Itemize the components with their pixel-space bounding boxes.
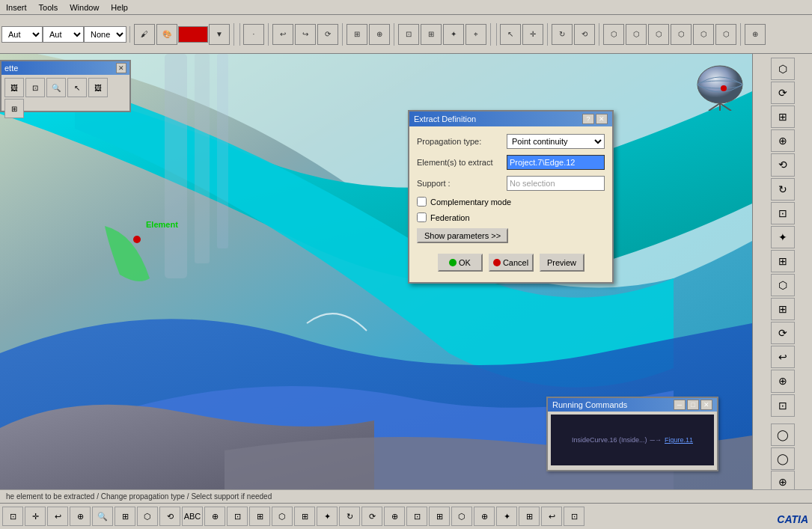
right-btn-10[interactable]: ⬡ [771, 274, 795, 296]
cancel-label: Cancel [503, 258, 528, 267]
toolbar-btn-snap2[interactable]: ⊕ [369, 24, 390, 45]
bottom-btn-6[interactable]: ⊞ [115, 507, 135, 526]
bottom-btn-12[interactable]: ⊞ [249, 507, 270, 526]
toolbar-btn-zoom6[interactable]: ⬡ [715, 24, 736, 45]
right-btn-circle-1[interactable]: ◯ [771, 423, 795, 446]
bottom-btn-10[interactable]: ⊕ [204, 507, 225, 526]
palette-icon-2[interactable]: ⊡ [25, 78, 45, 97]
bottom-btn-5[interactable]: 🔍 [92, 507, 113, 526]
bottom-btn-16[interactable]: ↻ [339, 507, 360, 526]
palette-icon-6[interactable]: ⊞ [4, 99, 24, 118]
menu-window[interactable]: Window [64, 3, 105, 12]
menu-insert[interactable]: Insert [0, 3, 33, 12]
bottom-btn-18[interactable]: ⊕ [384, 507, 405, 526]
bottom-btn-8[interactable]: ⟲ [159, 507, 180, 526]
bottom-btn-26[interactable]: ⊡ [564, 507, 584, 526]
bottom-btn-3[interactable]: ↩ [47, 507, 68, 526]
toolbar-btn-select[interactable]: ↖ [500, 24, 521, 45]
palette-icon-3[interactable]: 🔍 [46, 78, 66, 97]
toolbar-btn-fill[interactable]: 🎨 [156, 24, 177, 45]
palette-content: 🖼 ⊡ 🔍 ↖ 🖼 ⊞ [1, 75, 129, 121]
toolbar-combo-3[interactable]: None [84, 26, 126, 43]
menu-help[interactable]: Help [105, 3, 134, 12]
palette-icon-1[interactable]: 🖼 [4, 78, 24, 97]
toolbar-btn-extra[interactable]: ⊕ [745, 24, 766, 45]
show-parameters-button[interactable]: Show parameters >> [417, 228, 508, 243]
right-btn-5[interactable]: ⟲ [771, 153, 795, 176]
toolbar-btn-snap1[interactable]: ⊞ [347, 24, 367, 45]
toolbar-btn-rotate1[interactable]: ↻ [552, 24, 573, 45]
cancel-button[interactable]: Cancel [489, 254, 534, 272]
right-btn-13[interactable]: ↩ [771, 346, 795, 368]
toolbar-btn-zoom3[interactable]: ⬡ [648, 24, 669, 45]
toolbar-btn-zoom2[interactable]: ⬡ [626, 24, 647, 45]
rc-minimize-btn[interactable]: ─ [674, 400, 686, 410]
bottom-btn-13[interactable]: ⬡ [272, 507, 293, 526]
toolbar-btn-f1[interactable]: ⊡ [398, 24, 419, 45]
toolbar-btn-move[interactable]: ✛ [522, 24, 543, 45]
bottom-btn-25[interactable]: ↩ [541, 507, 562, 526]
bottom-btn-14[interactable]: ⊞ [294, 507, 315, 526]
toolbar-btn-dropdown[interactable]: ▼ [209, 24, 230, 45]
right-btn-3[interactable]: ⊞ [771, 106, 795, 128]
bottom-btn-19[interactable]: ⊡ [406, 507, 427, 526]
toolbar-btn-undo[interactable]: ↩ [272, 24, 293, 45]
right-btn-15[interactable]: ⊡ [771, 394, 795, 417]
palette-icon-4[interactable]: ↖ [67, 78, 87, 97]
bottom-btn-20[interactable]: ⊞ [429, 507, 450, 526]
toolbar-btn-paint[interactable]: 🖌 [134, 24, 155, 45]
menu-tools[interactable]: Tools [33, 3, 64, 12]
rc-close-btn[interactable]: ✕ [700, 400, 712, 410]
propagation-select[interactable]: Point continuity Tangent continuity Curv… [507, 134, 605, 149]
bottom-btn-7[interactable]: ⬡ [137, 507, 158, 526]
rc-link-text[interactable]: Figure.11 [665, 436, 693, 444]
preview-button[interactable]: Preview [540, 254, 584, 272]
toolbar-combo-2[interactable]: Aut [43, 26, 84, 43]
bottom-btn-9[interactable]: ABC [182, 507, 203, 526]
right-btn-8[interactable]: ✦ [771, 226, 795, 248]
bottom-btn-24[interactable]: ⊞ [519, 507, 540, 526]
right-btn-12[interactable]: ⟳ [771, 322, 795, 344]
right-btn-14[interactable]: ⊕ [771, 370, 795, 392]
bottom-btn-2[interactable]: ✛ [25, 507, 46, 526]
palette-close-btn[interactable]: ✕ [116, 63, 126, 73]
bottom-btn-15[interactable]: ✦ [317, 507, 338, 526]
bottom-btn-17[interactable]: ⟳ [361, 507, 382, 526]
toolbar-btn-dot[interactable]: · [243, 24, 264, 45]
bottom-btn-21[interactable]: ⬡ [451, 507, 472, 526]
right-btn-9[interactable]: ⊞ [771, 250, 795, 272]
dialog-help-btn[interactable]: ? [582, 114, 594, 124]
toolbar-btn-f2[interactable]: ⊞ [421, 24, 442, 45]
toolbar-btn-f3[interactable]: ✦ [443, 24, 464, 45]
support-input[interactable]: No selection [507, 176, 605, 191]
bottom-btn-23[interactable]: ✦ [496, 507, 517, 526]
right-btn-6[interactable]: ↻ [771, 178, 795, 201]
bottom-btn-11[interactable]: ⊡ [227, 507, 248, 526]
right-btn-7[interactable]: ⊡ [771, 202, 795, 224]
rc-restore-btn[interactable]: □ [687, 400, 699, 410]
bottom-btn-4[interactable]: ⊕ [70, 507, 91, 526]
ok-button[interactable]: OK [438, 254, 483, 272]
palette-icon-5[interactable]: 🖼 [88, 78, 108, 97]
complementary-checkbox[interactable] [417, 197, 427, 207]
right-btn-11[interactable]: ⊞ [771, 298, 795, 320]
toolbar-btn-f4[interactable]: ⌖ [465, 24, 486, 45]
bottom-btn-22[interactable]: ⊕ [474, 507, 495, 526]
toolbar-btn-zoom1[interactable]: ⬡ [603, 24, 624, 45]
right-btn-circle-2[interactable]: ◯ [771, 447, 795, 470]
toolbar-btn-zoom4[interactable]: ⬡ [671, 24, 692, 45]
rc-titlebar: Running Commands ─ □ ✕ [548, 398, 717, 412]
toolbar-btn-action1[interactable]: ⟳ [317, 24, 338, 45]
toolbar-btn-rotate2[interactable]: ⟲ [574, 24, 595, 45]
dialog-close-btn[interactable]: ✕ [596, 114, 608, 124]
toolbar-color-picker[interactable] [178, 26, 208, 43]
right-btn-1[interactable]: ⬡ [771, 58, 795, 80]
elements-input[interactable]: Project.7\Edge.12 [507, 155, 605, 170]
toolbar-btn-redo[interactable]: ↪ [295, 24, 316, 45]
toolbar-btn-zoom5[interactable]: ⬡ [693, 24, 714, 45]
right-btn-2[interactable]: ⟳ [771, 82, 795, 104]
bottom-btn-1[interactable]: ⊡ [2, 507, 23, 526]
right-btn-4[interactable]: ⊕ [771, 129, 795, 152]
toolbar-combo-1[interactable]: Aut [1, 26, 43, 43]
federation-checkbox[interactable] [417, 212, 427, 222]
